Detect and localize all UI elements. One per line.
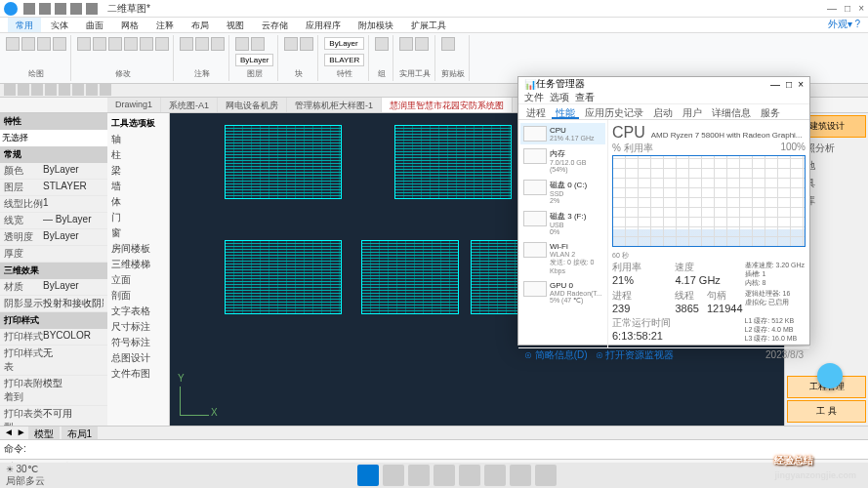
layout-tab[interactable]: 布局1	[62, 427, 99, 439]
palette-item[interactable]: 窗	[109, 225, 167, 241]
prop-row[interactable]: 图层STLAYER	[0, 180, 107, 196]
resource-item[interactable]: 内存7.0/12.0 GB (54%)	[520, 145, 605, 176]
prop-row[interactable]: 打印样式BYCOLOR	[0, 329, 107, 346]
qat-open-icon[interactable]	[39, 3, 51, 15]
prop-row[interactable]: 厚度	[0, 246, 107, 263]
dimension-icon[interactable]	[195, 37, 209, 51]
prop-row[interactable]: 阴影显示投射和接收阴影	[0, 296, 107, 312]
circle-icon[interactable]	[37, 37, 51, 51]
menu-file[interactable]: 文件	[524, 91, 544, 103]
tab-processes[interactable]: 进程	[522, 104, 550, 119]
resource-item[interactable]: 磁盘 3 (F:)USB0%	[520, 208, 605, 238]
maximize-button[interactable]: □	[786, 79, 792, 90]
tab-ext[interactable]: 扩展工具	[403, 18, 454, 32]
close-button[interactable]: ×	[798, 79, 804, 90]
taskbar-icon[interactable]	[434, 465, 455, 486]
minimize-button[interactable]: —	[827, 3, 837, 14]
copy-icon[interactable]	[93, 37, 106, 51]
tool-icon[interactable]	[45, 84, 57, 96]
calc-icon[interactable]	[415, 37, 429, 51]
tab-startup[interactable]: 启动	[649, 104, 677, 119]
palette-item[interactable]: 柱	[109, 147, 167, 163]
palette-item[interactable]: 立面	[109, 272, 167, 288]
palette-item[interactable]: 体	[109, 194, 167, 210]
palette-item[interactable]: 总图设计	[109, 350, 167, 366]
tool-icon[interactable]	[4, 84, 16, 96]
color-dropdown[interactable]: ByLayer	[324, 37, 364, 50]
tab-users[interactable]: 用户	[679, 104, 706, 119]
taskbar-icon[interactable]	[383, 465, 404, 486]
tool-icon[interactable]	[100, 84, 111, 96]
tab-mesh[interactable]: 网格	[113, 18, 146, 32]
scale-icon[interactable]	[155, 37, 169, 51]
resource-item[interactable]: Wi-FiWLAN 2发送: 0 接收: 0 Kbps	[520, 239, 605, 277]
tab-details[interactable]: 详细信息	[708, 104, 755, 119]
tab-services[interactable]: 服务	[757, 104, 784, 119]
resource-item[interactable]: CPU21% 4.17 GHz	[520, 123, 605, 144]
measure-icon[interactable]	[399, 37, 413, 51]
palette-item[interactable]: 三维楼梯	[109, 257, 167, 272]
command-line[interactable]: 命令:	[0, 439, 868, 459]
prop-row[interactable]: 透明度ByLayer	[0, 229, 107, 246]
taskbar-icon[interactable]	[408, 465, 430, 486]
layer-prop-icon[interactable]	[251, 37, 265, 51]
rotate-icon[interactable]	[108, 37, 122, 51]
prop-row[interactable]: 线型比例1	[0, 196, 107, 213]
prop-group-header[interactable]: 常规	[0, 146, 107, 163]
maximize-button[interactable]: □	[845, 3, 850, 14]
prop-row[interactable]: 打印表附着到模型	[0, 376, 107, 406]
line-icon[interactable]	[6, 37, 20, 51]
text-icon[interactable]	[180, 37, 193, 51]
tool-icon[interactable]	[31, 84, 43, 96]
palette-item[interactable]: 文件布图	[109, 366, 167, 382]
palette-item[interactable]: 墙	[109, 179, 167, 194]
help-bubble-icon[interactable]	[817, 363, 843, 388]
table-icon[interactable]	[211, 37, 225, 51]
tool-icon[interactable]	[59, 84, 70, 96]
layer-dropdown[interactable]: ByLayer	[235, 54, 273, 66]
palette-item[interactable]: 房间楼板	[109, 241, 167, 257]
tab-surface[interactable]: 曲面	[78, 18, 111, 32]
menu-options[interactable]: 选项	[550, 91, 569, 103]
tab-common[interactable]: 常用	[8, 18, 41, 32]
mirror-icon[interactable]	[140, 37, 153, 51]
appearance-dropdown[interactable]: 外观▾ ?	[828, 18, 860, 32]
taskbar-icon[interactable]	[459, 465, 480, 486]
qat-new-icon[interactable]	[23, 3, 35, 15]
prop-row[interactable]: 打印表类型不可用	[0, 406, 107, 426]
tool-icon[interactable]	[86, 84, 98, 96]
brief-toggle[interactable]: ⊙ 简略信息(D)	[524, 348, 588, 362]
qat-undo-icon[interactable]	[70, 3, 82, 15]
polyline-icon[interactable]	[21, 37, 35, 51]
tab-annotate[interactable]: 注释	[148, 18, 182, 32]
prop-row[interactable]: 颜色ByLayer	[0, 163, 107, 180]
arc-icon[interactable]	[53, 37, 66, 51]
open-resmon-link[interactable]: ⊙ 打开资源监视器	[596, 348, 675, 362]
prop-group-header[interactable]: 打印样式	[0, 312, 107, 329]
palette-item[interactable]: 尺寸标注	[109, 319, 167, 335]
tab-addon[interactable]: 附加模块	[351, 18, 401, 32]
tab-solid[interactable]: 实体	[43, 18, 76, 32]
qat-save-icon[interactable]	[55, 3, 66, 15]
tab-view[interactable]: 视图	[219, 18, 252, 32]
tool-icon[interactable]	[72, 84, 84, 96]
doc-tab-active[interactable]: 慧润里智慧市花园安防系统图	[382, 98, 513, 112]
doc-tab[interactable]: 系统图-A1	[161, 98, 218, 112]
create-block-icon[interactable]	[300, 37, 313, 51]
doc-tab[interactable]: 管理栋机柜大样图-1	[287, 98, 382, 112]
palette-item[interactable]: 门	[109, 210, 167, 225]
prop-row[interactable]: 线宽— ByLayer	[0, 213, 107, 229]
palette-item[interactable]: 剖面	[109, 288, 167, 304]
tools-button[interactable]: 工 具	[787, 400, 866, 423]
insert-icon[interactable]	[284, 37, 298, 51]
tool-icon[interactable]	[18, 84, 29, 96]
move-icon[interactable]	[77, 37, 91, 51]
weather-widget[interactable]: ☀ 30℃局部多云	[6, 464, 45, 488]
lineweight-dropdown[interactable]: BLAYER	[324, 54, 364, 66]
model-tab[interactable]: 模型	[28, 427, 60, 439]
tab-layout[interactable]: 布局	[184, 18, 217, 32]
palette-item[interactable]: 符号标注	[109, 335, 167, 350]
taskbar-icon[interactable]	[535, 465, 557, 486]
menu-view[interactable]: 查看	[575, 91, 595, 103]
group-icon[interactable]	[375, 37, 389, 51]
